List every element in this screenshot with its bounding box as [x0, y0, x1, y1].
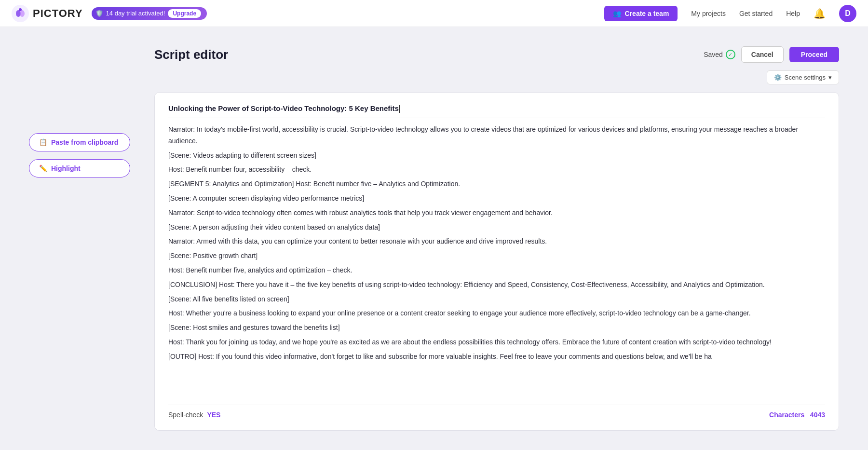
page-header: Script editor Saved ✓ Cancel Proceed — [154, 46, 839, 63]
upgrade-button[interactable]: Upgrade — [168, 9, 201, 18]
list-item: [OUTRO] Host: If you found this video in… — [168, 351, 819, 363]
list-item: Host: Thank you for joining us today, an… — [168, 337, 819, 348]
clipboard-icon: 📋 — [39, 138, 47, 146]
svg-point-2 — [20, 10, 25, 17]
help-link[interactable]: Help — [786, 10, 800, 17]
character-count: Characters 4043 — [769, 411, 825, 419]
editor-card: Unlocking the Power of Script-to-Video T… — [154, 92, 839, 431]
saved-check-icon: ✓ — [726, 50, 735, 59]
shield-icon: 🛡️ — [95, 10, 103, 17]
chevron-down-icon: ▾ — [828, 74, 832, 81]
spellcheck-label: Spell-check — [168, 411, 203, 419]
logo-text: PICTORY — [33, 7, 83, 20]
trial-text: 14 day trial activated! — [106, 10, 165, 17]
header-right: 👥 Create a team My projects Get started … — [604, 5, 856, 22]
editor-footer: Spell-check YES Characters 4043 — [168, 405, 825, 419]
trial-badge: 🛡️ 14 day trial activated! Upgrade — [92, 7, 207, 20]
paste-from-clipboard-button[interactable]: 📋 Paste from clipboard — [29, 133, 130, 151]
list-item: [SEGMENT 5: Analytics and Optimization] … — [168, 178, 819, 190]
saved-status: Saved ✓ — [704, 50, 735, 59]
team-icon: 👥 — [613, 10, 621, 17]
cancel-button[interactable]: Cancel — [741, 46, 784, 63]
logo-area: PICTORY — [12, 5, 83, 22]
list-item: [Scene: Videos adapting to different scr… — [168, 150, 819, 162]
notification-bell-icon[interactable]: 🔔 — [814, 8, 826, 19]
user-avatar[interactable]: D — [839, 5, 856, 22]
proceed-button[interactable]: Proceed — [789, 47, 839, 62]
app-header: PICTORY 🛡️ 14 day trial activated! Upgra… — [0, 0, 868, 27]
page-actions: Saved ✓ Cancel Proceed — [704, 46, 839, 63]
page-title: Script editor — [154, 47, 228, 62]
sidebar: 📋 Paste from clipboard ✏️ Highlight — [29, 46, 135, 431]
saved-label: Saved — [704, 51, 723, 58]
main-content: 📋 Paste from clipboard ✏️ Highlight Scri… — [0, 27, 868, 450]
list-item: Narrator: Armed with this data, you can … — [168, 236, 819, 247]
scene-settings-bar: ⚙️ Scene settings ▾ — [154, 70, 839, 84]
spellcheck-area: Spell-check YES — [168, 411, 220, 419]
spellcheck-yes-button[interactable]: YES — [207, 411, 220, 419]
editor-text-content[interactable]: Narrator: In today's mobile-first world,… — [168, 124, 825, 401]
svg-point-3 — [19, 8, 22, 11]
list-item: [Scene: Host smiles and gestures toward … — [168, 322, 819, 334]
text-cursor — [399, 105, 400, 113]
list-item: [CONCLUSION] Host: There you have it – t… — [168, 279, 819, 291]
list-item: Host: Benefit number five, analytics and… — [168, 265, 819, 276]
list-item: [Scene: All five benefits listed on scre… — [168, 294, 819, 305]
editor-title: Unlocking the Power of Script-to-Video T… — [168, 104, 825, 118]
list-item: Host: Whether you're a business looking … — [168, 308, 819, 319]
list-item: Host: Benefit number four, accessibility… — [168, 164, 819, 176]
create-team-button[interactable]: 👥 Create a team — [604, 6, 678, 21]
highlight-icon: ✏️ — [39, 164, 47, 172]
list-item: [Scene: Positive growth chart] — [168, 250, 819, 262]
list-item: Narrator: In today's mobile-first world,… — [168, 124, 819, 147]
scene-settings-button[interactable]: ⚙️ Scene settings ▾ — [767, 70, 839, 84]
list-item: [Scene: A computer screen displaying vid… — [168, 193, 819, 205]
gear-icon: ⚙️ — [774, 74, 782, 81]
list-item: [Scene: A person adjusting their video c… — [168, 222, 819, 233]
highlight-button[interactable]: ✏️ Highlight — [29, 159, 130, 177]
content-area: Script editor Saved ✓ Cancel Proceed ⚙️ … — [154, 46, 839, 431]
pictory-logo-icon — [12, 5, 29, 22]
my-projects-link[interactable]: My projects — [691, 10, 726, 17]
list-item: Narrator: Script-to-video technology oft… — [168, 207, 819, 219]
get-started-link[interactable]: Get started — [739, 10, 773, 17]
